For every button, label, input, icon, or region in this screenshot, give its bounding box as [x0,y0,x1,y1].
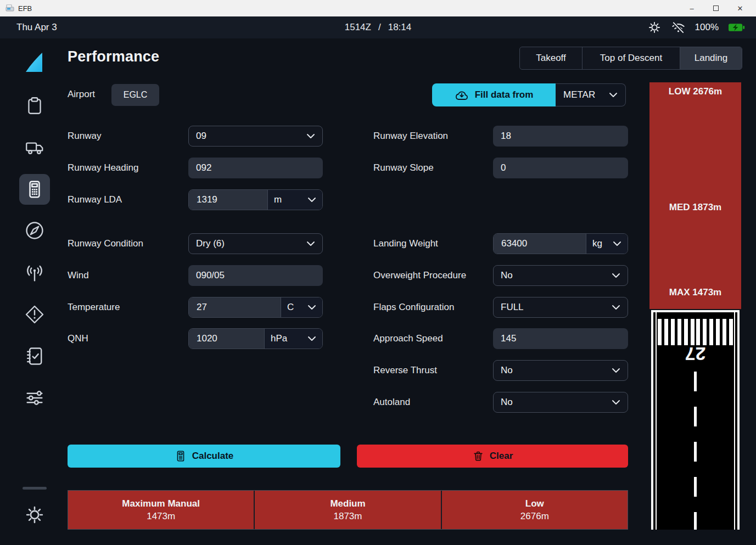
tab-landing[interactable]: Landing [680,47,742,69]
minimize-button[interactable]: – [688,4,696,13]
fill-data-label: Fill data from [475,89,534,100]
runway-condition-select[interactable]: Dry (6) [188,233,323,254]
fill-data-button[interactable]: Fill data from [432,83,556,106]
app-logo [24,51,46,74]
runway-lda-input[interactable]: 1319 [189,190,267,210]
flaps-configuration-select[interactable]: FULL [493,297,628,318]
wifi-off-icon[interactable] [671,20,686,35]
runway-centerline [694,372,697,530]
fill-source-select[interactable]: METAR [556,83,626,106]
gear-icon[interactable] [647,20,662,35]
result-label: Low [525,498,544,509]
temperature-input[interactable]: 27 [189,297,281,317]
runway-heading-label: Runway Heading [68,162,188,173]
landing-weight-value: 63400 [501,238,527,249]
runway-heading-value: 092 [196,162,211,173]
autoland-select[interactable]: No [493,392,628,413]
chevron-down-icon [306,133,315,139]
local-time: 18:14 [388,22,412,33]
tab-top-of-descent[interactable]: Top of Descent [583,47,680,69]
reverse-thrust-label: Reverse Thrust [373,365,493,376]
clear-button[interactable]: Clear [357,445,628,468]
landing-weight-unit: kg [592,238,602,249]
tab-group: Takeoff Top of Descent Landing [519,47,742,70]
chevron-down-icon [612,400,620,405]
qnh-unit-select[interactable]: hPa [264,329,322,349]
landing-distance-panel: LOW 2676m MED 1873m MAX 1473m [649,82,741,309]
overweight-procedure-select[interactable]: No [493,265,628,286]
airport-button[interactable]: EGLC [111,84,159,106]
qnh-input[interactable]: 1020 [189,329,264,349]
distance-med-label: MED 1873m [649,202,741,213]
runway-threshold-stripes [658,319,733,345]
status-clock: 1514Z / 18:14 [345,22,411,33]
reverse-thrust-select[interactable]: No [493,360,628,381]
runway-heading-input[interactable]: 092 [188,158,323,178]
runway-value: 09 [196,131,206,142]
page-title: Performance [68,48,159,65]
overweight-procedure-label: Overweight Procedure [373,270,493,281]
close-button[interactable]: ✕ [736,4,744,13]
runway-condition-value: Dry (6) [196,238,225,249]
sidebar-item-clipboard[interactable] [24,95,45,116]
chevron-down-icon [612,368,620,373]
temperature-unit-select[interactable]: C [281,297,322,317]
qnh-label: QNH [68,333,188,344]
runway-slope-value: 0 [501,162,506,173]
wind-input[interactable]: 090/05 [188,265,323,286]
sidebar-item-calculator-active[interactable] [19,174,50,205]
landing-weight-unit-select[interactable]: kg [586,234,628,254]
window-title: EFB [18,4,32,13]
runway-diagram: 27 [651,310,740,530]
result-medium: Medium 1873m [255,491,440,529]
trash-icon [472,450,484,462]
sidebar-item-compass[interactable] [24,220,46,241]
chevron-down-icon [306,241,315,246]
tab-takeoff[interactable]: Takeoff [520,47,583,69]
runway-elevation-input[interactable]: 18 [493,126,628,147]
runway-lda-unit: m [274,194,282,205]
result-maximum-manual: Maximum Manual 1473m [68,491,254,529]
result-label: Medium [330,498,365,509]
sidebar-item-truck[interactable] [24,137,46,158]
status-bar: Thu Apr 3 1514Z / 18:14 100% [0,16,756,38]
runway-elevation-value: 18 [501,131,511,142]
status-date: Thu Apr 3 [16,22,57,33]
sidebar-item-sliders[interactable] [23,387,46,409]
sidebar-item-warning[interactable] [24,304,46,325]
runway-lda-unit-select[interactable]: m [267,190,322,210]
calculator-icon [175,450,187,462]
sidebar-item-checklist[interactable] [24,345,46,367]
qnh-field: 1020 hPa [188,328,323,349]
sidebar-item-antenna[interactable] [24,262,46,284]
chevron-down-icon [307,197,316,203]
runway-condition-label: Runway Condition [68,238,188,249]
chevron-down-icon [307,305,316,310]
runway-elevation-label: Runway Elevation [373,131,493,142]
flaps-configuration-value: FULL [501,302,524,313]
runway-lda-label: Runway LDA [68,194,188,205]
result-label: Maximum Manual [122,498,200,509]
runway-lda-field: 1319 m [188,189,323,210]
window-titlebar: EFB – ✕ [0,0,756,16]
chevron-down-icon [609,92,618,98]
landing-weight-label: Landing Weight [373,238,493,249]
chevron-down-icon [307,336,316,341]
sidebar-item-settings[interactable] [24,504,46,526]
battery-charging-icon [728,23,745,32]
approach-speed-input[interactable]: 145 [493,328,628,349]
runway-select[interactable]: 09 [188,126,323,147]
landing-weight-input[interactable]: 63400 [494,234,586,254]
runway-slope-label: Runway Slope [373,162,493,173]
app-icon [5,4,14,12]
result-low: Low 2676m [442,491,628,529]
approach-speed-label: Approach Speed [373,333,493,344]
runway-slope-input[interactable]: 0 [493,158,628,178]
distance-max-label: MAX 1473m [649,287,741,298]
battery-percent: 100% [695,22,719,33]
runway-lda-value: 1319 [197,194,217,205]
calculate-button[interactable]: Calculate [68,445,340,468]
temperature-unit: C [287,302,294,313]
runway-label: Runway [68,131,188,142]
maximize-button[interactable] [712,4,720,13]
